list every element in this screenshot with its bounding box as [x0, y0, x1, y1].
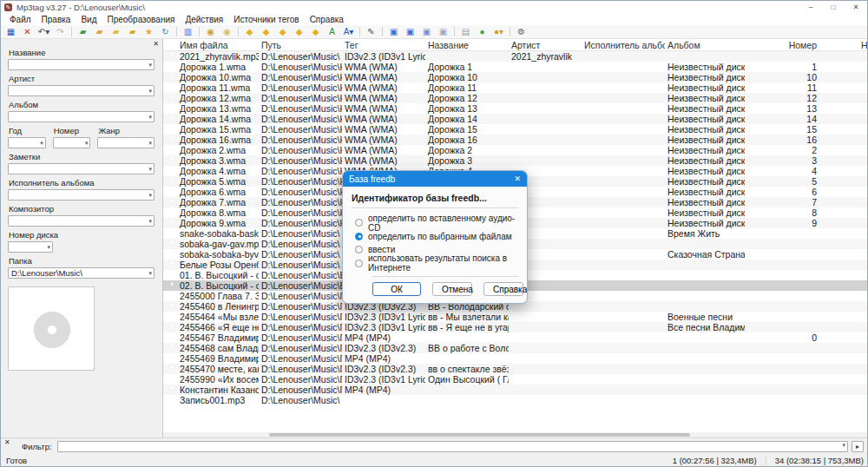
unlock-icon[interactable]: ◉: [220, 26, 234, 38]
toolbar-separator[interactable]: [510, 27, 510, 36]
toolbar-separator[interactable]: [238, 27, 239, 36]
case-convert-icon[interactable]: A: [325, 26, 339, 38]
menu-item[interactable]: Справка: [305, 14, 349, 25]
tag-panel-toggle-icon[interactable]: ▥: [181, 26, 195, 38]
undo-icon[interactable]: ↶▾: [36, 26, 51, 38]
refresh-icon[interactable]: ↻: [158, 26, 173, 38]
redo-icon[interactable]: ↷: [53, 26, 68, 38]
save-icon[interactable]: ▦: [3, 26, 18, 38]
table-row[interactable]: 2455464 «Мы взлетали,... D:\Lenouser\Mus…: [163, 312, 867, 322]
toolbar-separator[interactable]: [199, 27, 200, 36]
table-row[interactable]: 2455467 Владимир Выс... D:\Lenouser\Musi…: [163, 332, 867, 343]
column-header[interactable]: Исполнитель альбома: [582, 39, 665, 50]
table-row[interactable]: 2455469 Владимир Выс... D:\Lenouser\Musi…: [163, 353, 867, 364]
track-combobox[interactable]: ▾: [53, 137, 91, 148]
tag-panel-close-icon[interactable]: ✕: [153, 40, 159, 48]
table-row[interactable]: 2455468 сам Владимир... D:\Lenouser\Musi…: [163, 343, 867, 353]
ape-tag-icon[interactable]: ▣: [419, 26, 434, 38]
table-row[interactable]: Дорожка 13.wma D:\Lenouser\Music\Har... …: [163, 103, 867, 114]
comment-combobox[interactable]: ▾: [8, 163, 155, 174]
genre-combobox[interactable]: ▾: [97, 137, 155, 148]
toolbar-separator[interactable]: [176, 27, 177, 36]
action-icon-4[interactable]: ◆: [292, 26, 306, 38]
change-directory-icon[interactable]: ▰: [76, 26, 90, 38]
table-row[interactable]: 2455466 «Я еще не в уг... D:\Lenouser\Mu…: [163, 322, 867, 332]
album-art-box[interactable]: [8, 286, 95, 371]
cancel-button[interactable]: Отмена: [432, 282, 472, 296]
menu-item[interactable]: Действия: [180, 14, 228, 25]
column-header[interactable]: [163, 39, 177, 50]
favorites-star-icon[interactable]: ★: [141, 26, 156, 38]
help-button[interactable]: Справка: [483, 282, 523, 296]
column-header[interactable]: Путь: [259, 39, 342, 50]
table-row[interactable]: Запись001.mp3 D:\Lenouser\Music\: [163, 395, 867, 405]
minimize-button[interactable]: –: [799, 1, 822, 14]
column-header[interactable]: Н: [819, 39, 867, 50]
toolbar-separator[interactable]: [454, 27, 455, 36]
table-row[interactable]: Дорожка 10.wma D:\Lenouser\Music\Har... …: [163, 72, 867, 82]
close-button[interactable]: ✕: [845, 1, 867, 14]
folder-save-icon[interactable]: ▰: [108, 26, 123, 38]
ok-button[interactable]: ОК: [372, 282, 421, 296]
column-header[interactable]: Имя файла: [177, 39, 259, 50]
scrollbar-thumb[interactable]: [269, 433, 690, 437]
delete-icon[interactable]: ✕: [20, 26, 35, 38]
id3v2-tag-icon[interactable]: ▣: [403, 26, 418, 38]
table-row[interactable]: Константин Казански ... D:\Lenouser\Musi…: [163, 385, 867, 395]
column-header[interactable]: Название: [425, 39, 509, 50]
lyrics-tag-icon[interactable]: ▣: [436, 26, 450, 38]
filter-input[interactable]: [57, 441, 848, 452]
web-source-menu-icon[interactable]: ●▾: [491, 26, 506, 38]
id3v1-tag-icon[interactable]: ▣: [386, 26, 401, 38]
filter-expand-button[interactable]: ▸: [852, 441, 864, 452]
table-row[interactable]: 2455470 месте, как Кас... D:\Lenouser\Mu…: [163, 364, 867, 374]
cd-info-icon[interactable]: ▤: [458, 26, 473, 38]
menu-item[interactable]: Источники тегов: [228, 14, 304, 25]
toolbar-separator[interactable]: [359, 27, 360, 36]
maximize-button[interactable]: □: [822, 1, 845, 14]
table-row[interactable]: Дорожка 12.wma D:\Lenouser\Music\Har... …: [163, 93, 867, 103]
table-row[interactable]: Дорожка 1.wma D:\Lenouser\Music\Har... W…: [163, 62, 867, 72]
edit-tag-icon[interactable]: ✎: [364, 26, 378, 38]
action-icon-2[interactable]: ◆: [259, 26, 273, 38]
action-icon-5[interactable]: ◆: [308, 26, 323, 38]
add-directory-icon[interactable]: ▰: [92, 26, 107, 38]
column-header[interactable]: Альбом: [665, 39, 745, 50]
year-combobox[interactable]: ▾: [8, 137, 46, 148]
folder-playlist-icon[interactable]: ▰: [125, 26, 140, 38]
table-row[interactable]: 2021_zhyravlik.mp3 D:\Lenouser\Music\ ID…: [163, 51, 867, 62]
options-wrench-icon[interactable]: ⚙: [514, 26, 529, 38]
dialog-close-icon[interactable]: ✕: [514, 174, 521, 183]
table-row[interactable]: 2455990 «Их восемь, н... D:\Lenouser\Mus…: [163, 374, 867, 385]
table-row[interactable]: Дорожка 16.wma D:\Lenouser\Music\Har... …: [163, 135, 867, 145]
horizontal-scrollbar[interactable]: [163, 432, 867, 437]
dialog-title-bar[interactable]: База freedb ✕: [343, 171, 527, 187]
table-row[interactable]: Дорожка 2.wma D:\Lenouser\Music\Har... W…: [163, 145, 867, 155]
toolbar-separator[interactable]: [71, 27, 72, 36]
filter-close-icon[interactable]: ✕: [4, 438, 15, 447]
case-convert-menu-icon[interactable]: A▾: [341, 26, 356, 38]
column-header[interactable]: Артист: [509, 39, 582, 50]
radio-option[interactable]: определить по вставленному аудио-CD: [355, 216, 518, 230]
menu-item[interactable]: Файл: [4, 14, 36, 25]
column-header[interactable]: Номер: [745, 39, 819, 50]
discnumber-combobox[interactable]: ▾: [8, 241, 53, 253]
table-row[interactable]: Дорожка 14.wma D:\Lenouser\Music\Har... …: [163, 114, 867, 124]
artist-combobox[interactable]: ▾: [8, 85, 155, 96]
radio-option[interactable]: использовать результаты поиска в Интерне…: [355, 257, 518, 271]
column-header[interactable]: Тег: [342, 39, 425, 50]
table-row[interactable]: Дорожка 11.wma D:\Lenouser\Music\Har... …: [163, 82, 867, 93]
toolbar-separator[interactable]: [382, 27, 383, 36]
web-source-icon[interactable]: ●: [475, 26, 490, 38]
menu-item[interactable]: Преобразования: [102, 14, 180, 25]
chevron-down-icon[interactable]: ▾: [842, 442, 845, 449]
menu-item[interactable]: Правка: [36, 14, 76, 25]
menu-item[interactable]: Вид: [76, 14, 102, 25]
lock-icon[interactable]: ◉: [203, 26, 218, 38]
title-combobox[interactable]: ▾: [8, 59, 155, 70]
table-row[interactable]: Дорожка 3.wma D:\Lenouser\Music\Har... W…: [163, 155, 867, 166]
albumartist-combobox[interactable]: ▾: [8, 189, 155, 201]
table-row[interactable]: Дорожка 15.wma D:\Lenouser\Music\Har... …: [163, 124, 867, 135]
album-combobox[interactable]: ▾: [8, 111, 155, 122]
folder-combobox[interactable]: D:\Lenouser\Music\▾: [8, 267, 155, 279]
